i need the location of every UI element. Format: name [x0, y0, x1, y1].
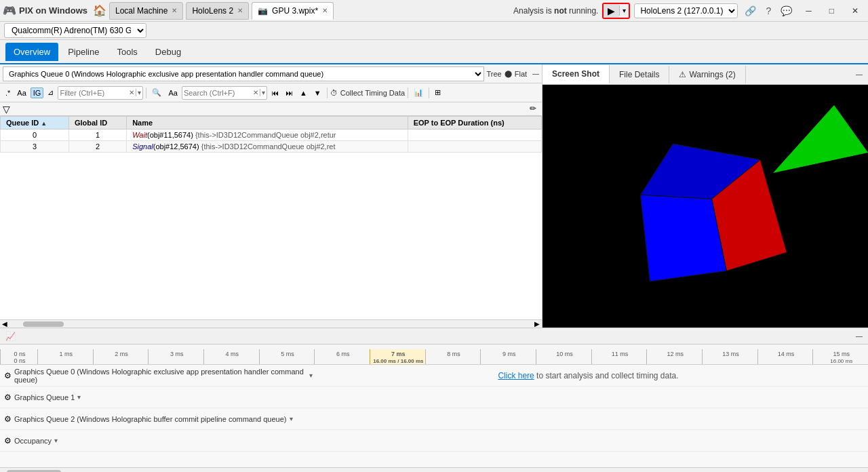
tick-6ms: 6 ms [314, 349, 370, 364]
timeline-chart-icon[interactable]: 📈 [5, 332, 16, 341]
horiz-scrollbar[interactable]: ◀ ▶ [0, 319, 542, 328]
queue-bar: Graphics Queue 0 (Windows Holographic ex… [0, 64, 542, 83]
ig-btn[interactable]: IG [31, 87, 44, 98]
tick-10ms: 10 ms [536, 349, 591, 364]
search-case-btn[interactable]: Aa [165, 87, 180, 98]
horiz-scroll-thumb[interactable] [23, 321, 64, 327]
tab-hololens2[interactable]: HoloLens 2 ✕ [186, 2, 249, 20]
menu-overview[interactable]: Overview [5, 43, 58, 61]
charts-btn[interactable]: 📊 [411, 87, 426, 98]
close-button[interactable]: ✕ [845, 3, 865, 18]
tab-file-details[interactable]: File Details [610, 66, 669, 83]
connect-icon[interactable]: 🔗 [742, 4, 759, 18]
tree-radio[interactable]: ⬤ [505, 70, 512, 77]
right-panel-minimize[interactable]: ─ [850, 69, 868, 80]
tick-9ms: 9 ms [480, 349, 536, 364]
search-input[interactable] [184, 89, 252, 97]
app-title: PIX on Windows [19, 5, 87, 16]
timeline-panel: 📈 ─ 0 ns0 ns 1 ms 2 ms 3 ms 4 ms 5 ms 6 … [0, 328, 868, 472]
device-select[interactable]: HoloLens 2 (127.0.0.1) [634, 3, 738, 18]
case-btn[interactable]: Aa [14, 87, 28, 98]
queue-id-0: 0 [1, 130, 69, 141]
left-panel-minimize[interactable]: ─ [532, 68, 539, 79]
search-dropdown-arrow[interactable]: ▾ [260, 89, 265, 96]
expand-gq1[interactable]: ▾ [77, 393, 81, 401]
gpu-select[interactable]: Qualcomm(R) Adreno(TM) 630 GPU [4, 23, 146, 38]
duration-0 [408, 130, 541, 141]
timeline-row-gq2[interactable]: ⚙ Graphics Queue 2 (Windows Holographic … [0, 408, 868, 430]
gear-icon-gq1: ⚙ [4, 393, 12, 402]
minimize-button[interactable]: ─ [799, 3, 818, 18]
queue-select[interactable]: Graphics Queue 0 (Windows Holographic ex… [3, 66, 484, 81]
timeline-row-gq1[interactable]: ⚙ Graphics Queue 1 ▾ [0, 387, 868, 408]
run-button[interactable]: ▶ ▾ [602, 3, 630, 19]
col-duration[interactable]: EOP to EOP Duration (ns) [408, 117, 541, 130]
flat-label[interactable]: Flat [515, 70, 527, 78]
filter-sub-icon[interactable]: ▽ [3, 104, 10, 115]
tab-screenshot[interactable]: Screen Shot [542, 65, 610, 84]
menu-tools[interactable]: Tools [108, 43, 145, 61]
table-row[interactable]: 0 1 Wait(obj#11,5674) {this->ID3D12Comma… [1, 130, 542, 141]
tree-flat-toggle: Tree ⬤ Flat [487, 70, 528, 78]
help-icon[interactable]: ? [763, 4, 774, 18]
pencil-icon[interactable]: ✏ [530, 104, 536, 113]
expand-gq2[interactable]: ▾ [290, 415, 293, 422]
home-icon[interactable]: 🏠 [93, 4, 106, 17]
regex-btn[interactable]: .* [3, 87, 13, 98]
tick-2ms: 2 ms [93, 349, 149, 364]
gear-icon-occupancy: ⚙ [4, 436, 12, 446]
scroll-left-btn[interactable]: ◀ [0, 320, 9, 328]
sub-toolbar: ▽ ✏ [0, 102, 542, 116]
filter-clear-btn[interactable]: ✕ [129, 89, 134, 96]
nav-last-btn[interactable]: ⏭ [283, 87, 296, 98]
search-clear-btn[interactable]: ✕ [253, 89, 258, 96]
timeline-row-occupancy[interactable]: ⚙ Occupancy ▾ [0, 430, 868, 452]
filter-input[interactable] [60, 89, 127, 97]
filter-dropdown-arrow[interactable]: ▾ [136, 89, 141, 96]
table-row[interactable]: 3 2 Signal(obj#12,5674) {this->ID3D12Com… [1, 141, 542, 153]
col-name[interactable]: Name [127, 117, 408, 130]
restore-button[interactable]: □ [823, 3, 841, 18]
pix-icon: 🎮 [3, 4, 16, 17]
title-bar: 🎮 PIX on Windows 🏠 Local Machine ✕ HoloL… [0, 0, 868, 22]
title-bar-right: Analysis is not running. ▶ ▾ HoloLens 2 … [513, 3, 865, 19]
menu-debug[interactable]: Debug [147, 43, 189, 61]
bottom-scrollbar[interactable] [0, 467, 868, 472]
tab-local-machine[interactable]: Local Machine ✕ [109, 2, 183, 20]
feedback-icon[interactable]: 💬 [778, 4, 795, 18]
play-icon[interactable]: ▶ [604, 4, 619, 18]
warning-icon: ⚠ [679, 70, 686, 79]
scroll-right-btn[interactable]: ▶ [532, 320, 542, 328]
menu-pipeline[interactable]: Pipeline [60, 43, 107, 61]
tick-1ms: 1 ms [37, 349, 93, 364]
tab-gpu3wpix[interactable]: 📷 GPU 3.wpix* ✕ [252, 2, 334, 20]
nav-first-btn[interactable]: ⏮ [269, 87, 281, 98]
gear-icon-gq2: ⚙ [4, 414, 12, 424]
duration-1 [408, 141, 541, 153]
tick-7ms: 7 ms16.00 ms / 16.00 ms [370, 349, 425, 364]
col-global-id[interactable]: Global ID [68, 117, 126, 130]
search-icon[interactable]: 🔍 [149, 87, 164, 98]
queue-id-1: 3 [1, 141, 69, 153]
nav-up-btn[interactable]: ▲ [297, 87, 310, 98]
tick-12ms: 12 ms [646, 349, 702, 364]
close-hololens2[interactable]: ✕ [237, 7, 243, 14]
app-logo: 🎮 PIX on Windows [3, 4, 87, 17]
run-dropdown-arrow[interactable]: ▾ [619, 5, 629, 16]
table-btn[interactable]: ⊞ [432, 87, 443, 98]
funnel-btn[interactable]: ⊿ [45, 87, 56, 98]
timeline-minimize-btn[interactable]: ─ [856, 331, 863, 342]
col-queue-id[interactable]: Queue ID ▲ [1, 117, 69, 130]
tab-warnings[interactable]: ⚠ Warnings (2) [669, 66, 745, 83]
timeline-row-gq0[interactable]: ⚙ Graphics Queue 0 (Windows Holographic … [0, 365, 868, 387]
tick-13ms: 13 ms [702, 349, 757, 364]
tick-3ms: 3 ms [148, 349, 203, 364]
close-gpu3wpix[interactable]: ✕ [322, 7, 328, 14]
close-local-machine[interactable]: ✕ [172, 7, 177, 14]
ruler-labels: 0 ns0 ns 1 ms 2 ms 3 ms 4 ms 5 ms 6 ms 7… [0, 349, 868, 364]
collect-timing-btn[interactable]: ⏱ Collect Timing Data [330, 89, 405, 97]
expand-occupancy[interactable]: ▾ [54, 437, 58, 444]
right-tabs: Screen Shot File Details ⚠ Warnings (2) … [542, 64, 868, 85]
nav-down-btn[interactable]: ▼ [311, 87, 324, 98]
click-here-link[interactable]: Click here [498, 371, 534, 380]
